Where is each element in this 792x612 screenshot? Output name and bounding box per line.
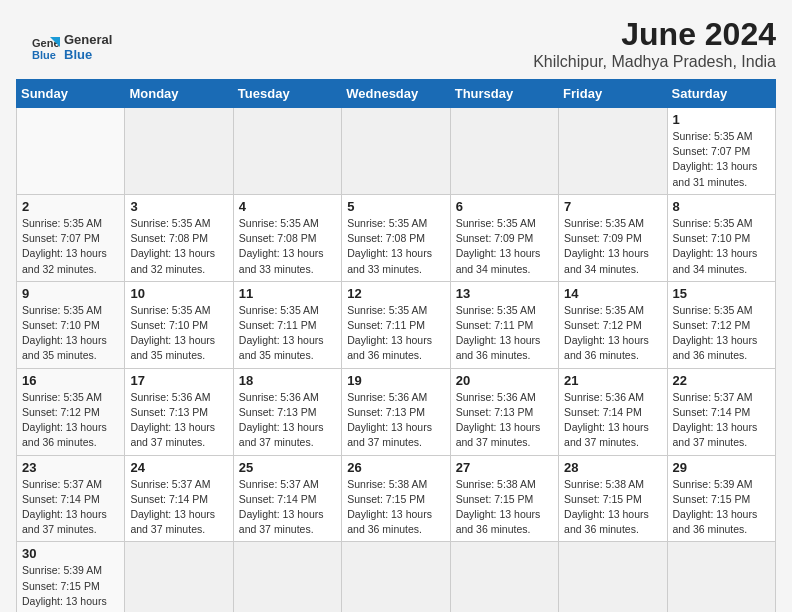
day-number: 12 xyxy=(347,286,444,301)
calendar-cell: 22Sunrise: 5:37 AM Sunset: 7:14 PM Dayli… xyxy=(667,368,775,455)
day-info: Sunrise: 5:36 AM Sunset: 7:13 PM Dayligh… xyxy=(239,390,336,451)
day-info: Sunrise: 5:35 AM Sunset: 7:10 PM Dayligh… xyxy=(22,303,119,364)
header-wednesday: Wednesday xyxy=(342,80,450,108)
calendar-cell: 12Sunrise: 5:35 AM Sunset: 7:11 PM Dayli… xyxy=(342,281,450,368)
calendar-cell: 28Sunrise: 5:38 AM Sunset: 7:15 PM Dayli… xyxy=(559,455,667,542)
day-number: 4 xyxy=(239,199,336,214)
day-info: Sunrise: 5:35 AM Sunset: 7:11 PM Dayligh… xyxy=(347,303,444,364)
calendar-cell: 5Sunrise: 5:35 AM Sunset: 7:08 PM Daylig… xyxy=(342,194,450,281)
header-tuesday: Tuesday xyxy=(233,80,341,108)
day-info: Sunrise: 5:35 AM Sunset: 7:10 PM Dayligh… xyxy=(673,216,770,277)
day-info: Sunrise: 5:35 AM Sunset: 7:10 PM Dayligh… xyxy=(130,303,227,364)
logo-line2: Blue xyxy=(64,47,112,62)
day-number: 18 xyxy=(239,373,336,388)
calendar-cell: 4Sunrise: 5:35 AM Sunset: 7:08 PM Daylig… xyxy=(233,194,341,281)
calendar-cell: 23Sunrise: 5:37 AM Sunset: 7:14 PM Dayli… xyxy=(17,455,125,542)
calendar-cell xyxy=(559,108,667,195)
day-number: 15 xyxy=(673,286,770,301)
calendar-header: June 2024 Khilchipur, Madhya Pradesh, In… xyxy=(16,16,776,71)
calendar-cell: 26Sunrise: 5:38 AM Sunset: 7:15 PM Dayli… xyxy=(342,455,450,542)
day-info: Sunrise: 5:35 AM Sunset: 7:11 PM Dayligh… xyxy=(239,303,336,364)
day-info: Sunrise: 5:35 AM Sunset: 7:12 PM Dayligh… xyxy=(22,390,119,451)
calendar-cell: 30Sunrise: 5:39 AM Sunset: 7:15 PM Dayli… xyxy=(17,542,125,612)
day-number: 21 xyxy=(564,373,661,388)
calendar-cell: 25Sunrise: 5:37 AM Sunset: 7:14 PM Dayli… xyxy=(233,455,341,542)
day-number: 10 xyxy=(130,286,227,301)
calendar-body: 1Sunrise: 5:35 AM Sunset: 7:07 PM Daylig… xyxy=(17,108,776,613)
day-info: Sunrise: 5:37 AM Sunset: 7:14 PM Dayligh… xyxy=(22,477,119,538)
calendar-cell: 15Sunrise: 5:35 AM Sunset: 7:12 PM Dayli… xyxy=(667,281,775,368)
logo: General Blue General Blue xyxy=(32,32,112,62)
week-row-3: 16Sunrise: 5:35 AM Sunset: 7:12 PM Dayli… xyxy=(17,368,776,455)
week-row-0: 1Sunrise: 5:35 AM Sunset: 7:07 PM Daylig… xyxy=(17,108,776,195)
logo-line1: General xyxy=(64,32,112,47)
day-info: Sunrise: 5:35 AM Sunset: 7:08 PM Dayligh… xyxy=(239,216,336,277)
calendar-title: June 2024 xyxy=(16,16,776,53)
day-number: 9 xyxy=(22,286,119,301)
calendar-cell xyxy=(667,542,775,612)
day-number: 27 xyxy=(456,460,553,475)
header-monday: Monday xyxy=(125,80,233,108)
day-number: 8 xyxy=(673,199,770,214)
calendar-cell: 14Sunrise: 5:35 AM Sunset: 7:12 PM Dayli… xyxy=(559,281,667,368)
top-area: General Blue General Blue June 2024 Khil… xyxy=(16,16,776,71)
calendar-cell: 21Sunrise: 5:36 AM Sunset: 7:14 PM Dayli… xyxy=(559,368,667,455)
day-number: 2 xyxy=(22,199,119,214)
day-info: Sunrise: 5:38 AM Sunset: 7:15 PM Dayligh… xyxy=(456,477,553,538)
day-info: Sunrise: 5:37 AM Sunset: 7:14 PM Dayligh… xyxy=(239,477,336,538)
day-number: 25 xyxy=(239,460,336,475)
calendar-cell xyxy=(450,108,558,195)
calendar-cell: 24Sunrise: 5:37 AM Sunset: 7:14 PM Dayli… xyxy=(125,455,233,542)
day-number: 23 xyxy=(22,460,119,475)
calendar-cell xyxy=(125,542,233,612)
day-number: 28 xyxy=(564,460,661,475)
day-info: Sunrise: 5:36 AM Sunset: 7:13 PM Dayligh… xyxy=(456,390,553,451)
week-row-5: 30Sunrise: 5:39 AM Sunset: 7:15 PM Dayli… xyxy=(17,542,776,612)
calendar-cell xyxy=(233,108,341,195)
calendar-cell: 7Sunrise: 5:35 AM Sunset: 7:09 PM Daylig… xyxy=(559,194,667,281)
day-number: 24 xyxy=(130,460,227,475)
day-info: Sunrise: 5:35 AM Sunset: 7:11 PM Dayligh… xyxy=(456,303,553,364)
calendar-cell: 8Sunrise: 5:35 AM Sunset: 7:10 PM Daylig… xyxy=(667,194,775,281)
header-friday: Friday xyxy=(559,80,667,108)
svg-text:Blue: Blue xyxy=(32,49,56,61)
day-number: 3 xyxy=(130,199,227,214)
week-row-4: 23Sunrise: 5:37 AM Sunset: 7:14 PM Dayli… xyxy=(17,455,776,542)
day-info: Sunrise: 5:35 AM Sunset: 7:08 PM Dayligh… xyxy=(130,216,227,277)
calendar-cell xyxy=(233,542,341,612)
day-info: Sunrise: 5:35 AM Sunset: 7:08 PM Dayligh… xyxy=(347,216,444,277)
calendar-header-row: SundayMondayTuesdayWednesdayThursdayFrid… xyxy=(17,80,776,108)
calendar-cell: 13Sunrise: 5:35 AM Sunset: 7:11 PM Dayli… xyxy=(450,281,558,368)
calendar-cell: 1Sunrise: 5:35 AM Sunset: 7:07 PM Daylig… xyxy=(667,108,775,195)
calendar-cell: 29Sunrise: 5:39 AM Sunset: 7:15 PM Dayli… xyxy=(667,455,775,542)
calendar-cell: 20Sunrise: 5:36 AM Sunset: 7:13 PM Dayli… xyxy=(450,368,558,455)
day-number: 6 xyxy=(456,199,553,214)
calendar-cell xyxy=(17,108,125,195)
day-info: Sunrise: 5:35 AM Sunset: 7:09 PM Dayligh… xyxy=(564,216,661,277)
day-number: 29 xyxy=(673,460,770,475)
calendar-cell: 11Sunrise: 5:35 AM Sunset: 7:11 PM Dayli… xyxy=(233,281,341,368)
header-saturday: Saturday xyxy=(667,80,775,108)
day-info: Sunrise: 5:38 AM Sunset: 7:15 PM Dayligh… xyxy=(564,477,661,538)
day-info: Sunrise: 5:35 AM Sunset: 7:09 PM Dayligh… xyxy=(456,216,553,277)
day-info: Sunrise: 5:37 AM Sunset: 7:14 PM Dayligh… xyxy=(130,477,227,538)
calendar-cell: 9Sunrise: 5:35 AM Sunset: 7:10 PM Daylig… xyxy=(17,281,125,368)
calendar-cell: 16Sunrise: 5:35 AM Sunset: 7:12 PM Dayli… xyxy=(17,368,125,455)
day-number: 30 xyxy=(22,546,119,561)
calendar-table: SundayMondayTuesdayWednesdayThursdayFrid… xyxy=(16,79,776,612)
header-sunday: Sunday xyxy=(17,80,125,108)
calendar-cell: 3Sunrise: 5:35 AM Sunset: 7:08 PM Daylig… xyxy=(125,194,233,281)
header-thursday: Thursday xyxy=(450,80,558,108)
day-number: 16 xyxy=(22,373,119,388)
day-info: Sunrise: 5:36 AM Sunset: 7:13 PM Dayligh… xyxy=(347,390,444,451)
calendar-cell xyxy=(450,542,558,612)
day-number: 22 xyxy=(673,373,770,388)
day-number: 17 xyxy=(130,373,227,388)
calendar-cell xyxy=(559,542,667,612)
calendar-cell: 10Sunrise: 5:35 AM Sunset: 7:10 PM Dayli… xyxy=(125,281,233,368)
day-number: 20 xyxy=(456,373,553,388)
day-number: 11 xyxy=(239,286,336,301)
day-number: 19 xyxy=(347,373,444,388)
week-row-2: 9Sunrise: 5:35 AM Sunset: 7:10 PM Daylig… xyxy=(17,281,776,368)
calendar-cell: 19Sunrise: 5:36 AM Sunset: 7:13 PM Dayli… xyxy=(342,368,450,455)
